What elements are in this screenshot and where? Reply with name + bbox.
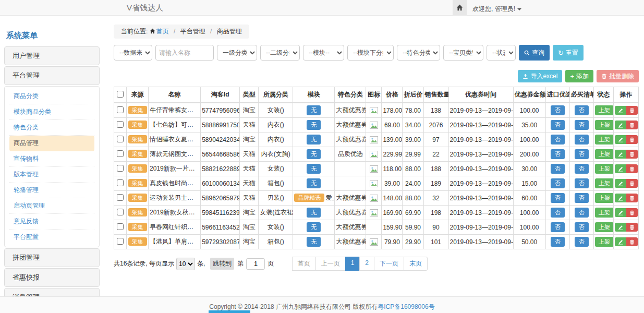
page-button[interactable]: 末页 (404, 257, 428, 271)
page-button[interactable]: 1 (345, 257, 360, 271)
status-button[interactable]: 上架 (595, 193, 614, 203)
row-checkbox[interactable] (117, 136, 124, 142)
filter-status-select[interactable]: --状态-- (487, 45, 516, 61)
must-buy-toggle[interactable]: 否 (575, 105, 589, 115)
import-select-toggle[interactable]: 否 (551, 135, 565, 145)
sidebar-subitem[interactable]: 商品分类 (9, 89, 94, 104)
delete-button[interactable] (626, 208, 638, 217)
import-select-toggle[interactable]: 否 (551, 105, 565, 115)
import-select-toggle[interactable]: 否 (551, 193, 565, 203)
row-checkbox[interactable] (117, 121, 124, 128)
delete-button[interactable] (626, 150, 638, 159)
filter-item-type-select[interactable]: --宝贝类型-- (443, 45, 483, 61)
sidebar-subitem[interactable]: 平台配置 (9, 230, 94, 245)
import-select-toggle[interactable]: 否 (551, 164, 565, 174)
page-button[interactable]: 2 (359, 257, 374, 271)
delete-button[interactable] (626, 164, 638, 173)
user-menu[interactable]: 欢迎您, 管理员! (472, 5, 521, 14)
filter-module-sub-select[interactable]: --模块下分类-- (347, 45, 394, 61)
import-select-toggle[interactable]: 否 (551, 222, 565, 232)
home-button[interactable] (453, 0, 467, 15)
filter-feature-select[interactable]: --特色分类-- (397, 45, 440, 61)
batch-delete-button[interactable]: 批量删除 (597, 70, 639, 82)
jump-button[interactable]: 跳转到 (210, 258, 234, 270)
edit-button[interactable] (615, 208, 626, 217)
status-button[interactable]: 上架 (595, 135, 614, 145)
status-button[interactable]: 上架 (595, 149, 614, 159)
page-button[interactable]: 上一页 (315, 257, 346, 271)
filter-module-select[interactable]: --模块-- (303, 45, 344, 61)
page-size-select[interactable]: 10 (176, 258, 195, 270)
filter-name-input[interactable] (155, 45, 214, 61)
filter-data-source-select[interactable]: --数据来源-- (114, 45, 152, 61)
status-button[interactable]: 上架 (595, 208, 614, 218)
page-button[interactable]: 首页 (292, 257, 316, 271)
must-buy-toggle[interactable]: 否 (575, 237, 589, 247)
edit-button[interactable] (615, 179, 626, 188)
delete-button[interactable] (626, 135, 638, 144)
delete-button[interactable] (626, 121, 638, 129)
sidebar-subitem[interactable]: 模块商品分类 (9, 104, 94, 120)
edit-button[interactable] (615, 135, 626, 144)
delete-button[interactable] (626, 179, 638, 188)
row-checkbox[interactable] (117, 106, 124, 113)
status-button[interactable]: 上架 (595, 237, 614, 247)
sidebar-subitem[interactable]: 版本管理 (9, 167, 94, 183)
sidebar-item[interactable]: 省惠快报 (4, 268, 100, 287)
edit-button[interactable] (615, 121, 626, 129)
import-select-toggle[interactable]: 否 (551, 237, 565, 247)
must-buy-toggle[interactable]: 否 (575, 149, 589, 159)
icp-link[interactable]: 粤ICP备16098006号 (378, 303, 434, 310)
sidebar-subitem[interactable]: 启动页管理 (9, 198, 94, 214)
must-buy-toggle[interactable]: 否 (575, 193, 589, 203)
must-buy-toggle[interactable]: 否 (575, 208, 589, 218)
row-checkbox[interactable] (117, 165, 124, 172)
status-button[interactable]: 上架 (595, 164, 614, 174)
edit-button[interactable] (615, 106, 626, 115)
must-buy-toggle[interactable]: 否 (575, 164, 589, 174)
status-button[interactable]: 上架 (595, 120, 614, 130)
breadcrumb-home-link[interactable]: 首页 (156, 28, 169, 35)
filter-category1-select[interactable]: 一级分类 (217, 45, 257, 61)
import-select-toggle[interactable]: 否 (551, 120, 565, 130)
row-checkbox[interactable] (117, 238, 124, 245)
status-button[interactable]: 上架 (595, 178, 614, 188)
row-checkbox[interactable] (117, 150, 124, 157)
status-button[interactable]: 上架 (595, 222, 614, 232)
edit-button[interactable] (615, 223, 626, 232)
search-button[interactable]: 查询 (519, 45, 550, 61)
must-buy-toggle[interactable]: 否 (575, 178, 589, 188)
page-button[interactable]: 下一页 (374, 257, 404, 271)
edit-button[interactable] (615, 194, 626, 202)
must-buy-toggle[interactable]: 否 (575, 135, 589, 145)
edit-button[interactable] (615, 237, 626, 246)
sidebar-subitem[interactable]: 商品管理 (9, 136, 94, 151)
sidebar-subitem[interactable]: 意见反馈 (9, 214, 94, 230)
must-buy-toggle[interactable]: 否 (575, 120, 589, 130)
delete-button[interactable] (626, 223, 638, 232)
edit-button[interactable] (615, 164, 626, 173)
sidebar-item[interactable]: 用户管理 (4, 46, 100, 65)
sidebar-subitem[interactable]: 特色分类 (9, 120, 94, 136)
row-checkbox[interactable] (117, 194, 124, 201)
reset-button[interactable]: ↻ 重置 (553, 45, 584, 61)
import-excel-button[interactable]: 导入excel (518, 70, 562, 82)
sidebar-subitem[interactable]: 轮播管理 (9, 183, 94, 198)
jump-page-input[interactable] (246, 258, 265, 270)
row-checkbox[interactable] (117, 223, 124, 230)
sidebar-item[interactable]: 平台管理 (4, 66, 100, 85)
delete-button[interactable] (626, 194, 638, 202)
import-select-toggle[interactable]: 否 (551, 149, 565, 159)
row-checkbox[interactable] (117, 209, 124, 215)
edit-button[interactable] (615, 150, 626, 159)
must-buy-toggle[interactable]: 否 (575, 222, 589, 232)
sidebar-item[interactable]: 拼团管理 (4, 248, 100, 267)
status-button[interactable]: 上架 (595, 105, 614, 115)
import-select-toggle[interactable]: 否 (551, 178, 565, 188)
add-button[interactable]: + 添加 (565, 70, 593, 82)
sidebar-subitem[interactable]: 宣传物料 (9, 151, 94, 167)
delete-button[interactable] (626, 106, 638, 115)
select-all-checkbox[interactable] (117, 91, 124, 98)
delete-button[interactable] (626, 237, 638, 246)
filter-category2-select[interactable]: --二级分类-- (260, 45, 300, 61)
